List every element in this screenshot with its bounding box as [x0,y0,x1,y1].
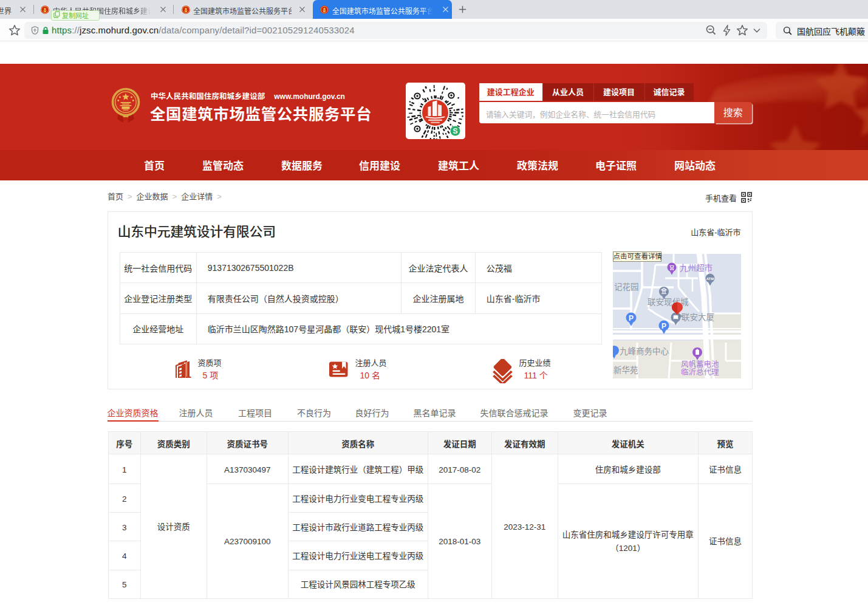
svg-text:九峰商务中心: 九峰商务中心 [620,344,669,357]
svg-text:S: S [453,127,457,135]
svg-text:联安现代城: 联安现代城 [648,295,689,307]
svg-text:临沂总代理: 临沂总代理 [681,366,719,377]
svg-text:P: P [661,322,666,330]
svg-text:新华苑: 新华苑 [613,363,638,375]
svg-text:P: P [628,314,633,323]
svg-text:ATM: ATM [706,277,714,281]
svg-text:联安大厦: 联安大厦 [682,310,714,323]
svg-text:记花园: 记花园 [614,280,639,292]
svg-text:九州超市: 九州超市 [680,261,713,273]
